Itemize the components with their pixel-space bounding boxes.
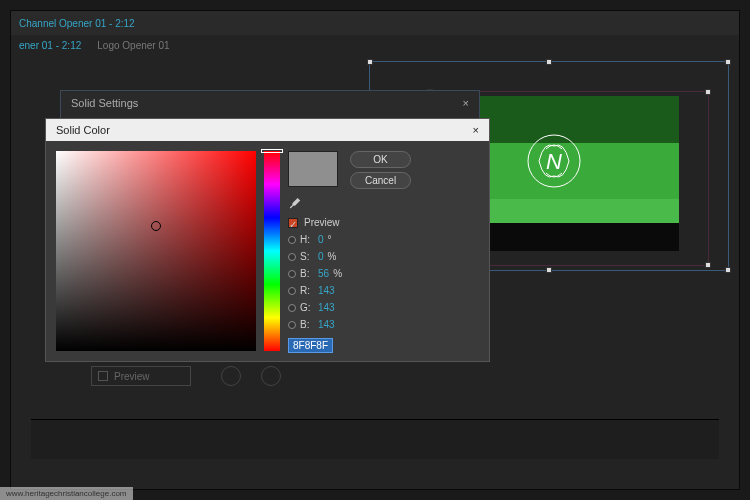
close-icon[interactable]: ×: [463, 97, 469, 109]
field-unit: °: [328, 234, 332, 245]
handle-icon[interactable]: [725, 59, 731, 65]
ornate-logo-icon: N: [524, 131, 584, 191]
tab-bar: ener 01 - 2:12 Logo Opener 01: [11, 35, 739, 55]
preview-checkbox[interactable]: ✓: [288, 218, 298, 228]
spectrum-cursor-icon[interactable]: [151, 221, 161, 231]
preview-label: Preview: [304, 217, 340, 228]
handle-icon[interactable]: [725, 267, 731, 273]
handle-icon[interactable]: [546, 267, 552, 273]
hue-slider[interactable]: [264, 151, 280, 351]
handle-icon[interactable]: [705, 89, 711, 95]
dialog-title: Solid Settings: [71, 97, 138, 109]
field-label: H:: [300, 234, 314, 245]
radio-icon[interactable]: [288, 321, 296, 329]
field-unit: %: [333, 268, 342, 279]
eyedropper-icon[interactable]: [288, 197, 302, 213]
field-label: R:: [300, 285, 314, 296]
radio-icon[interactable]: [288, 270, 296, 278]
handle-icon[interactable]: [546, 59, 552, 65]
toolbar-item[interactable]: Channel Opener 01 - 2:12: [19, 18, 135, 29]
radio-icon[interactable]: [288, 236, 296, 244]
color-spectrum[interactable]: [56, 151, 256, 351]
field-value[interactable]: 0: [318, 234, 324, 245]
knob-row: [221, 366, 281, 386]
field-label: G:: [300, 302, 314, 313]
field-value[interactable]: 143: [318, 285, 335, 296]
radio-icon[interactable]: [288, 287, 296, 295]
top-toolbar: Channel Opener 01 - 2:12: [11, 11, 739, 35]
dialog-title: Solid Color: [56, 124, 110, 136]
field-label: B:: [300, 319, 314, 330]
field-value[interactable]: 143: [318, 302, 335, 313]
tab-active[interactable]: ener 01 - 2:12: [19, 40, 81, 51]
handle-icon[interactable]: [705, 262, 711, 268]
field-value[interactable]: 143: [318, 319, 335, 330]
radio-icon[interactable]: [288, 304, 296, 312]
knob-icon[interactable]: [221, 366, 241, 386]
preview-toggle-label: Preview: [114, 371, 150, 382]
field-label: S:: [300, 251, 314, 262]
tab-inactive[interactable]: Logo Opener 01: [97, 40, 169, 51]
field-value[interactable]: 0: [318, 251, 324, 262]
solid-color-dialog: Solid Color × OK Cancel ✓: [45, 118, 490, 362]
ok-button[interactable]: OK: [350, 151, 411, 168]
watermark: www.heritagechristiancollege.com: [0, 487, 133, 500]
field-value[interactable]: 56: [318, 268, 329, 279]
radio-icon[interactable]: [288, 253, 296, 261]
close-icon[interactable]: ×: [473, 124, 479, 136]
hex-input[interactable]: 8F8F8F: [288, 338, 333, 353]
checkbox-icon[interactable]: [98, 371, 108, 381]
field-unit: %: [328, 251, 337, 262]
svg-text:N: N: [546, 149, 562, 174]
knob-icon[interactable]: [261, 366, 281, 386]
preview-toggle-box[interactable]: Preview: [91, 366, 191, 386]
color-swatch[interactable]: [288, 151, 338, 187]
timeline-panel[interactable]: [31, 419, 719, 459]
handle-icon[interactable]: [367, 59, 373, 65]
field-label: B:: [300, 268, 314, 279]
cancel-button[interactable]: Cancel: [350, 172, 411, 189]
hue-cursor-icon[interactable]: [261, 149, 283, 153]
